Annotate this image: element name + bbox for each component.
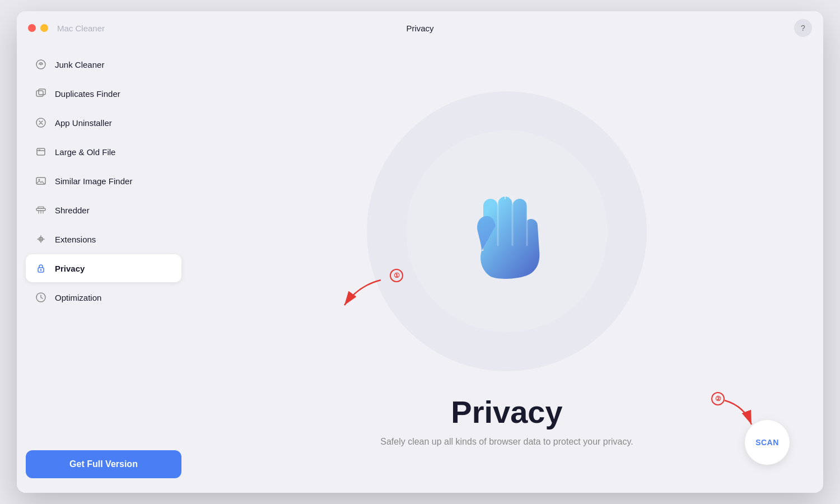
hero-circle	[367, 91, 647, 371]
svg-rect-5	[37, 148, 45, 155]
large-old-file-icon	[35, 146, 47, 158]
svg-rect-2	[36, 91, 43, 96]
sidebar-item-large-old-file[interactable]: Large & Old File	[26, 138, 181, 166]
hand-icon	[451, 172, 563, 290]
sidebar-item-optimization[interactable]: Optimization	[26, 283, 181, 311]
svg-point-1	[40, 64, 42, 66]
inner-circle	[406, 130, 608, 332]
large-old-file-label: Large & Old File	[55, 147, 115, 157]
app-uninstaller-icon	[35, 116, 47, 129]
app-name: Mac Cleaner	[57, 24, 105, 33]
similar-image-finder-icon	[35, 175, 47, 187]
similar-image-finder-label: Similar Image Finder	[55, 176, 132, 186]
duplicates-finder-label: Duplicates Finder	[55, 89, 120, 99]
optimization-icon	[35, 291, 47, 304]
app-uninstaller-label: App Uninstaller	[55, 118, 112, 128]
privacy-subtitle: Safely clean up all kinds of browser dat…	[380, 437, 633, 447]
svg-point-13	[40, 269, 42, 271]
window-title: Privacy	[406, 24, 433, 33]
scan-button[interactable]: SCAN	[745, 420, 790, 465]
privacy-label: Privacy	[55, 264, 85, 273]
privacy-title: Privacy	[380, 394, 633, 430]
svg-rect-9	[36, 208, 45, 211]
scan-button-container: ② SCAN	[745, 420, 790, 465]
get-full-version-button[interactable]: Get Full Version	[26, 450, 181, 478]
svg-point-8	[39, 179, 40, 181]
app-window: Mac Cleaner Privacy ? Junk Cleaner	[17, 11, 823, 493]
junk-cleaner-icon	[35, 58, 47, 71]
content-area: ①	[190, 45, 823, 493]
optimization-label: Optimization	[55, 293, 101, 302]
svg-rect-10	[38, 207, 44, 208]
sidebar-item-similar-image-finder[interactable]: Similar Image Finder	[26, 167, 181, 195]
sidebar-item-extensions[interactable]: Extensions	[26, 225, 181, 253]
annotation-circle-2: ②	[711, 392, 725, 405]
main-layout: Junk Cleaner Duplicates Finder	[17, 45, 823, 493]
sidebar-item-junk-cleaner[interactable]: Junk Cleaner	[26, 50, 181, 78]
extensions-label: Extensions	[55, 235, 96, 244]
sidebar-item-privacy[interactable]: Privacy	[26, 254, 181, 282]
traffic-light-red[interactable]	[28, 24, 36, 32]
sidebar: Junk Cleaner Duplicates Finder	[17, 45, 190, 493]
traffic-light-yellow[interactable]	[40, 24, 48, 32]
shredder-icon	[35, 204, 47, 216]
extensions-icon	[35, 233, 47, 245]
title-bar: Mac Cleaner Privacy ?	[17, 11, 823, 45]
help-button[interactable]: ?	[794, 19, 812, 37]
traffic-lights	[28, 24, 48, 32]
sidebar-item-duplicates-finder[interactable]: Duplicates Finder	[26, 80, 181, 108]
svg-rect-6	[39, 150, 40, 151]
sidebar-item-shredder[interactable]: Shredder	[26, 196, 181, 224]
svg-rect-3	[39, 89, 45, 95]
duplicates-finder-icon	[35, 87, 47, 100]
privacy-icon	[35, 262, 47, 274]
sidebar-item-app-uninstaller[interactable]: App Uninstaller	[26, 109, 181, 137]
shredder-label: Shredder	[55, 206, 90, 215]
sidebar-bottom: Get Full Version	[26, 450, 181, 487]
junk-cleaner-label: Junk Cleaner	[55, 60, 104, 69]
privacy-heading: Privacy Safely clean up all kinds of bro…	[380, 394, 633, 447]
